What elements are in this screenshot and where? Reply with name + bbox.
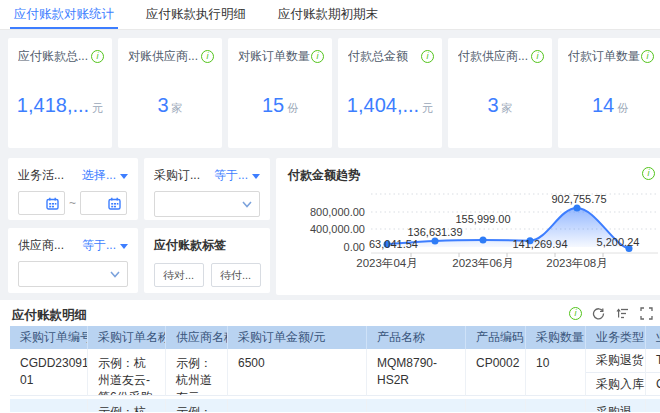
tag-pending-payment-button[interactable]: 待付... (211, 263, 261, 287)
col-qty[interactable]: 采购数量 (526, 326, 586, 349)
info-icon[interactable]: i (201, 50, 214, 63)
point-label-2: 155,999.00 (455, 213, 510, 225)
refresh-icon[interactable] (591, 306, 606, 321)
point-label-0: 63,041.54 (369, 238, 418, 250)
col-product-code[interactable]: 产品编码 (466, 326, 526, 349)
kpi-card-row: 应付账款总... i 1,418,...元 对账供应商... i 3家 对账订单… (8, 38, 660, 148)
info-icon[interactable]: i (531, 50, 544, 63)
filter-supplier: 供应商... 等于... (8, 228, 138, 293)
info-icon[interactable]: i (311, 50, 324, 63)
x-tick-apr: 2023年04月 (356, 257, 417, 269)
filter-label: 供应商... (18, 237, 64, 254)
filter-payable-tags: 应付账款标签 待对... 待付... (144, 228, 270, 293)
operator-dropdown[interactable]: 等于... (82, 237, 128, 254)
tab-payable-reconciliation-stats[interactable]: 应付账款对账统计 (10, 0, 118, 29)
info-icon[interactable]: i (91, 50, 104, 63)
kpi-unit: 家 (502, 102, 513, 114)
cell-amount: 6500 (228, 349, 367, 396)
payable-detail-table: 采购订单编号 采购订单名称 供应商名称 采购订单金额/元 产品名称 产品编码 采… (10, 326, 660, 412)
operator-dropdown[interactable]: 选择... (82, 167, 128, 184)
chart-title: 付款金额趋势 (288, 167, 360, 184)
filter-purchase-order: 采购订... 等于... (144, 158, 270, 220)
tags-title: 应付账款标签 (154, 237, 260, 254)
caret-down-icon (120, 244, 128, 249)
cell-business-type: 采购退货 采购入库 (586, 349, 646, 396)
caret-down-icon (120, 174, 128, 179)
kpi-value: 3 (487, 94, 498, 116)
col-order-no[interactable]: 采购订单编号 (10, 326, 88, 349)
supplier-select[interactable] (18, 261, 128, 287)
tab-payable-opening-closing[interactable]: 应付账款期初期末 (274, 0, 382, 29)
point-label-4: 902,755.75 (551, 193, 606, 205)
info-icon[interactable]: i (641, 50, 654, 63)
kpi-value: 15 (262, 94, 284, 116)
date-to-input[interactable] (80, 191, 127, 215)
cell-order-name: 示例：杭州 (88, 399, 166, 412)
table-title: 应付账款明细 (12, 308, 87, 322)
range-separator: ~ (69, 196, 76, 210)
y-tick-0: 0.00 (344, 241, 365, 253)
x-tick-jun: 2023年06月 (452, 257, 513, 269)
kpi-unit: 元 (92, 102, 103, 114)
column-sort-icon[interactable] (615, 306, 630, 321)
y-tick-400k: 400,000.00 (310, 223, 365, 235)
kpi-value: 14 (592, 94, 614, 116)
table-row-partial[interactable]: 示例：杭州 示例：杭州 采购退货 (10, 399, 660, 412)
filter-label: 业务活... (18, 167, 64, 184)
filter-business-activity: 业务活... 选择... ~ (8, 158, 138, 220)
info-icon[interactable]: i (421, 50, 434, 63)
col-product-name[interactable]: 产品名称 (367, 326, 466, 349)
col-business-type[interactable]: 业务类型 (586, 326, 646, 349)
kpi-value: 1,418,... (17, 94, 89, 116)
chevron-down-icon (242, 201, 252, 208)
table-row[interactable]: CGDD230918-01 示例：杭州道友云-第6份采购订单 示例：杭州道友云 … (10, 349, 660, 396)
kpi-value: 3 (157, 94, 168, 116)
date-from-input[interactable] (18, 191, 65, 215)
kpi-card-payment-orders: 付款订单数量 i 14份 (558, 38, 660, 148)
cell-supplier: 示例：杭州 (166, 399, 228, 412)
cell-supplier: 示例：杭州道友云 (166, 349, 228, 396)
cell-qty: 10 (526, 349, 586, 396)
operator-dropdown[interactable]: 等于... (214, 167, 260, 184)
info-icon[interactable]: i (642, 167, 655, 180)
col-order-amount[interactable]: 采购订单金额/元 (228, 326, 367, 349)
cell-order-no: CGDD230918-01 (10, 349, 88, 396)
kpi-label: 应付账款总... (18, 48, 88, 65)
col-supplier[interactable]: 供应商名称 (166, 326, 228, 349)
business-type-return: 采购退货 (586, 349, 645, 373)
kpi-unit: 份 (287, 102, 298, 114)
calendar-icon (108, 197, 121, 210)
point-label-5: 5,200.24 (597, 236, 640, 248)
kpi-unit: 家 (172, 102, 183, 114)
business-type-inbound: 采购入库 (586, 373, 645, 397)
col-order-name[interactable]: 采购订单名称 (88, 326, 166, 349)
col-cutoff[interactable]: 业 (646, 326, 660, 349)
cell-order-name: 示例：杭州道友云-第6份采购订单 (88, 349, 166, 396)
kpi-label: 对账订单数量 (238, 48, 310, 65)
kpi-card-recon-orders: 对账订单数量 i 15份 (228, 38, 332, 148)
kpi-card-payment-total: 付款总金额 i 1,404,...元 (338, 38, 442, 148)
tag-pending-reconcile-button[interactable]: 待对... (154, 263, 204, 287)
kpi-card-recon-suppliers: 对账供应商... i 3家 (118, 38, 222, 148)
kpi-label: 付款订单数量 (568, 48, 640, 65)
payment-trend-chart-panel: 800,000.00 400,000.00 0.00 2023年04月 2023… (276, 158, 660, 295)
cell-product-code: CP0002 (466, 349, 526, 396)
point-label-1: 136,631.39 (407, 226, 462, 238)
top-tab-bar: 应付账款对账统计 应付账款执行明细 应付账款期初期末 (0, 0, 660, 30)
x-tick-aug: 2023年08月 (546, 257, 607, 269)
kpi-value: 1,404,... (347, 94, 419, 116)
cell-business-type: 采购退货 (586, 399, 646, 412)
purchase-order-select[interactable] (154, 191, 260, 217)
cell-cutoff: T C (646, 349, 660, 396)
info-icon[interactable]: i (569, 307, 582, 320)
kpi-label: 付款总金额 (348, 48, 408, 65)
kpi-card-payment-suppliers: 付款供应商... i 3家 (448, 38, 552, 148)
point-label-3: 141,269.94 (512, 238, 567, 250)
y-tick-800k: 800,000.00 (310, 206, 365, 218)
chevron-down-icon (110, 271, 120, 278)
expand-icon[interactable] (639, 306, 654, 321)
payable-detail-section: 应付账款明细 i 采购订单编号 采购订单名称 供应商名称 采购订单金额/元 产品… (0, 300, 660, 413)
kpi-label: 对账供应商... (128, 48, 198, 65)
tab-payable-execution-detail[interactable]: 应付账款执行明细 (142, 0, 250, 29)
caret-down-icon (252, 174, 260, 179)
